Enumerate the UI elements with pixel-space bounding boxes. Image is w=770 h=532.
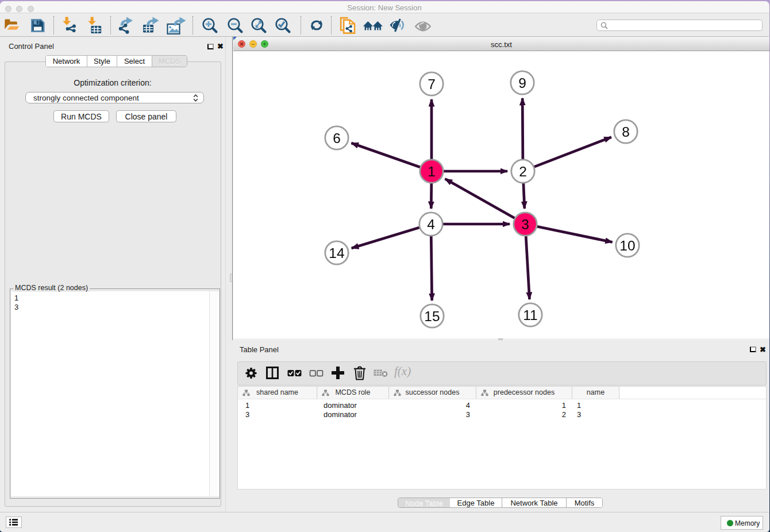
svg-text:10: 10: [619, 238, 635, 253]
svg-text:15: 15: [424, 309, 440, 324]
svg-text:9: 9: [518, 75, 526, 91]
svg-text:7: 7: [428, 76, 436, 92]
svg-text:11: 11: [523, 307, 537, 323]
svg-text:1: 1: [428, 164, 436, 179]
svg-text:6: 6: [333, 130, 341, 146]
svg-text:2: 2: [519, 164, 527, 179]
svg-text:4: 4: [427, 217, 435, 232]
svg-text:8: 8: [622, 124, 630, 140]
svg-text:3: 3: [521, 217, 529, 232]
svg-text:14: 14: [329, 245, 344, 261]
